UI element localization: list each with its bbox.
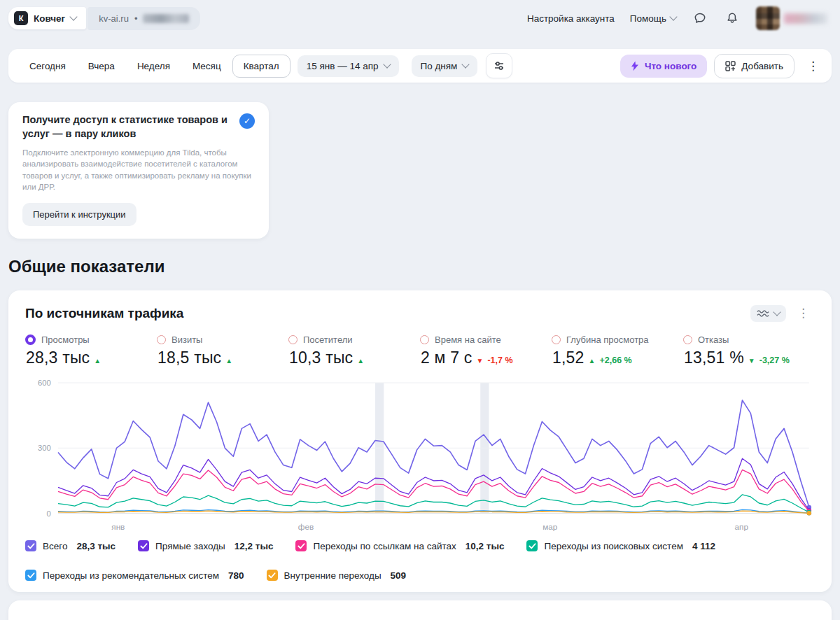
trend-arrow-icon: ▼ — [476, 357, 483, 365]
date-range-picker[interactable]: 15 янв — 14 апр — [298, 55, 399, 77]
help-label: Помощь — [630, 13, 666, 24]
metric-radio-icon[interactable] — [157, 335, 166, 344]
metric-value: 1,52 — [552, 348, 584, 367]
metric-radio-icon[interactable] — [288, 335, 298, 344]
widget-more-menu[interactable]: ⋮ — [792, 304, 815, 322]
trend-arrow-icon: ▲ — [357, 357, 364, 365]
metric-radio-icon[interactable] — [552, 335, 561, 344]
legend-recommendation-systems[interactable]: Переходы из рекомендательных систем 780 — [25, 570, 244, 581]
metric-radio-icon[interactable] — [420, 335, 429, 344]
metric-delta: -1,7 % — [487, 355, 512, 365]
legend-value: 509 — [391, 570, 407, 581]
metric-visits[interactable]: Визиты 18,5 тыс ▲ — [157, 334, 288, 367]
trend-arrow-icon: ▲ — [225, 357, 232, 365]
date-range-label: 15 янв — 14 апр — [307, 61, 379, 71]
legend-value: 28,3 тыс — [76, 541, 115, 551]
chevron-down-icon — [462, 60, 470, 68]
legend-label: Переходы по ссылкам на сайтах — [313, 541, 456, 551]
promo-description: Подключите электронную коммерцию для Til… — [22, 147, 255, 192]
help-menu[interactable]: Помощь — [630, 13, 676, 24]
metric-label: Отказы — [698, 334, 729, 345]
chevron-down-icon — [70, 13, 78, 20]
svg-text:мар: мар — [542, 522, 558, 531]
period-quarter[interactable]: Квартал — [232, 55, 290, 78]
checkbox-icon[interactable] — [295, 540, 307, 551]
metric-bounce-rate[interactable]: Отказы 13,51 % ▼ -3,27 % — [683, 334, 815, 367]
blurred-counter-id — [143, 14, 189, 23]
toolbar-more-menu[interactable]: ⋮ — [802, 57, 825, 75]
metric-label: Время на сайте — [435, 334, 501, 345]
chat-icon[interactable] — [692, 10, 708, 27]
legend-value: 780 — [228, 570, 244, 581]
chevron-down-icon — [669, 13, 677, 20]
metric-delta: +2,66 % — [599, 355, 631, 365]
legend-value: 10,2 тыс — [465, 541, 505, 551]
traffic-chart-svg[interactable]: 0300600янвфевмарапр — [25, 377, 815, 535]
grouping-label: По дням — [421, 61, 458, 71]
legend-search-engines[interactable]: Переходы из поисковых систем 4 112 — [526, 540, 715, 551]
traffic-sources-widget: По источникам трафика ⋮ Просмотры 28,3 т… — [8, 290, 832, 592]
site-breadcrumb[interactable]: kv-ai.ru • — [88, 7, 200, 30]
chart-legend: Всего 28,3 тыс Прямые заходы 12,2 тыс Пе… — [25, 540, 815, 581]
account-settings-link[interactable]: Настройка аккаунта — [527, 13, 615, 24]
segment-filters-button[interactable] — [486, 53, 512, 78]
legend-label: Переходы из рекомендательных систем — [43, 570, 219, 581]
period-month[interactable]: Месяц — [181, 55, 232, 78]
blurred-username — [784, 13, 827, 24]
svg-text:600: 600 — [38, 379, 51, 388]
site-domain: kv-ai.ru — [99, 13, 129, 24]
metric-radio-icon[interactable] — [25, 334, 36, 345]
sliders-icon — [493, 60, 505, 71]
metric-delta: -3,27 % — [760, 355, 790, 365]
checkbox-icon[interactable] — [526, 540, 538, 551]
grouping-select[interactable]: По дням — [412, 55, 478, 77]
whats-new-label: Что нового — [645, 61, 696, 71]
legend-label: Переходы из поисковых систем — [544, 541, 682, 551]
trend-arrow-icon: ▲ — [589, 357, 596, 365]
add-widget-button[interactable]: Добавить — [714, 54, 794, 78]
metrics-row: Просмотры 28,3 тыс ▲ Визиты 18,5 тыс ▲ П — [25, 334, 815, 367]
notifications-bell-icon[interactable] — [724, 10, 741, 27]
svg-text:апр: апр — [735, 522, 749, 531]
legend-site-links[interactable]: Переходы по ссылкам на сайтах 10,2 тыс — [295, 540, 504, 551]
period-today[interactable]: Сегодня — [18, 55, 77, 78]
checkbox-icon[interactable] — [138, 540, 149, 551]
add-label: Добавить — [741, 61, 783, 71]
trend-arrow-icon: ▼ — [748, 357, 755, 365]
next-widget-card — [8, 600, 832, 620]
promo-title: Получите доступ к статистике товаров и у… — [22, 113, 231, 141]
chevron-down-icon — [383, 60, 391, 68]
legend-internal[interactable]: Внутренние переходы 509 — [267, 570, 407, 581]
legend-label: Прямые заходы — [155, 541, 225, 551]
metric-label: Глубина просмотра — [566, 334, 649, 345]
legend-direct[interactable]: Прямые заходы 12,2 тыс — [138, 540, 273, 551]
svg-text:0: 0 — [47, 509, 51, 518]
checkbox-icon[interactable] — [267, 570, 278, 581]
metric-depth[interactable]: Глубина просмотра 1,52 ▲ +2,66 % — [552, 334, 683, 367]
metric-value: 13,51 % — [684, 348, 744, 367]
chart-type-select[interactable] — [750, 305, 786, 322]
period-week[interactable]: Неделя — [126, 55, 181, 78]
legend-total[interactable]: Всего 28,3 тыс — [25, 540, 115, 551]
separator-dot: • — [134, 13, 138, 24]
checkbox-icon[interactable] — [25, 540, 36, 551]
metric-views[interactable]: Просмотры 28,3 тыс ▲ — [25, 334, 157, 367]
metric-radio-icon[interactable] — [683, 335, 692, 344]
counter-name: Ковчег — [34, 13, 65, 24]
checkbox-icon[interactable] — [25, 570, 36, 581]
chart-area[interactable]: 0300600янвфевмарапр — [25, 377, 815, 535]
period-yesterday[interactable]: Вчера — [77, 55, 126, 78]
legend-value: 4 112 — [692, 541, 715, 551]
widget-title: По источникам трафика — [25, 306, 183, 321]
metric-label: Визиты — [172, 334, 202, 345]
counter-selector[interactable]: К Ковчег — [8, 7, 86, 29]
metric-visitors[interactable]: Посетители 10,3 тыс ▲ — [288, 334, 420, 367]
promo-instruction-button[interactable]: Перейти к инструкции — [22, 203, 136, 226]
trend-arrow-icon: ▲ — [94, 357, 101, 365]
whats-new-button[interactable]: Что нового — [620, 55, 707, 78]
user-avatar[interactable] — [756, 6, 780, 30]
legend-label: Внутренние переходы — [284, 570, 382, 581]
legend-value: 12,2 тыс — [234, 541, 274, 551]
metric-time-on-site[interactable]: Время на сайте 2 м 7 с ▼ -1,7 % — [420, 334, 552, 367]
metric-value: 2 м 7 с — [421, 348, 472, 367]
